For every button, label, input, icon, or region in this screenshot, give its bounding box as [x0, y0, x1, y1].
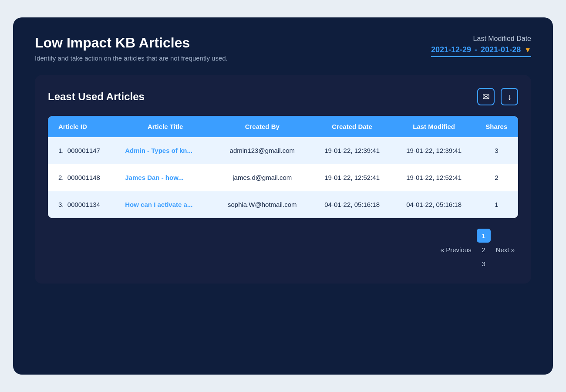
table-row: 2. 000001148 James Dan - how... james.d@… [48, 164, 518, 191]
cell-article-title[interactable]: James Dan - how... [117, 164, 213, 191]
table-wrapper: Article ID Article Title Created By Crea… [48, 116, 518, 218]
cell-created-by: james.d@gmail.com [213, 164, 311, 191]
card: Least Used Articles ✉ ↓ Article ID Artic… [35, 75, 531, 284]
cell-shares: 1 [475, 191, 518, 218]
outer-container: Low Impact KB Articles Identify and take… [13, 17, 553, 375]
col-article-id: Article ID [48, 116, 117, 137]
col-shares: Shares [475, 116, 518, 137]
cell-article-title[interactable]: How can I activate a... [117, 191, 213, 218]
cell-last-modified: 19-01-22, 12:39:41 [393, 137, 475, 164]
col-created-date: Created Date [311, 116, 393, 137]
cell-article-id: 3. 000001134 [48, 191, 117, 218]
card-title: Least Used Articles [48, 91, 145, 103]
cell-article-title[interactable]: Admin - Types of kn... [117, 137, 213, 164]
email-icon-button[interactable]: ✉ [477, 88, 495, 105]
col-article-title: Article Title [117, 116, 213, 137]
cell-article-id: 2. 000001148 [48, 164, 117, 191]
cell-created-date: 04-01-22, 05:16:18 [311, 191, 393, 218]
page-header: Low Impact KB Articles Identify and take… [35, 35, 531, 62]
cell-shares: 2 [475, 164, 518, 191]
cell-created-by: admin123@gmail.com [213, 137, 311, 164]
date-filter: Last Modified Date 2021-12-29 - 2021-01-… [431, 35, 531, 57]
email-icon: ✉ [482, 91, 490, 102]
date-from: 2021-12-29 [431, 45, 471, 54]
card-actions: ✉ ↓ [477, 88, 518, 105]
download-icon: ↓ [507, 92, 512, 102]
page-title: Low Impact KB Articles [35, 35, 228, 51]
date-filter-value[interactable]: 2021-12-29 - 2021-01-28 ▼ [431, 45, 531, 57]
articles-table: Article ID Article Title Created By Crea… [48, 116, 518, 218]
page-number-2[interactable]: 2 [477, 243, 491, 257]
date-to: 2021-01-28 [481, 45, 521, 54]
next-button[interactable]: Next » [492, 246, 518, 253]
download-icon-button[interactable]: ↓ [501, 88, 518, 105]
chevron-down-icon[interactable]: ▼ [524, 46, 531, 54]
table-header-row: Article ID Article Title Created By Crea… [48, 116, 518, 137]
card-header: Least Used Articles ✉ ↓ [48, 88, 518, 105]
page-numbers: 123 [477, 229, 491, 270]
cell-article-id: 1. 000001147 [48, 137, 117, 164]
page-number-1[interactable]: 1 [477, 229, 491, 243]
cell-created-date: 19-01-22, 12:39:41 [311, 137, 393, 164]
cell-created-date: 19-01-22, 12:52:41 [311, 164, 393, 191]
table-row: 3. 000001134 How can I activate a... sop… [48, 191, 518, 218]
date-separator: - [475, 45, 477, 54]
table-row: 1. 000001147 Admin - Types of kn... admi… [48, 137, 518, 164]
pagination: « Previous 123 Next » [48, 229, 518, 270]
col-last-modified: Last Modified [393, 116, 475, 137]
previous-button[interactable]: « Previous [437, 246, 475, 253]
cell-shares: 3 [475, 137, 518, 164]
cell-created-by: sophia.W@hotmail.com [213, 191, 311, 218]
col-created-by: Created By [213, 116, 311, 137]
header-left: Low Impact KB Articles Identify and take… [35, 35, 228, 62]
page-subtitle: Identify and take action on the articles… [35, 54, 228, 62]
date-filter-label: Last Modified Date [431, 35, 531, 43]
page-number-3[interactable]: 3 [477, 257, 491, 270]
cell-last-modified: 04-01-22, 05:16:18 [393, 191, 475, 218]
cell-last-modified: 19-01-22, 12:52:41 [393, 164, 475, 191]
